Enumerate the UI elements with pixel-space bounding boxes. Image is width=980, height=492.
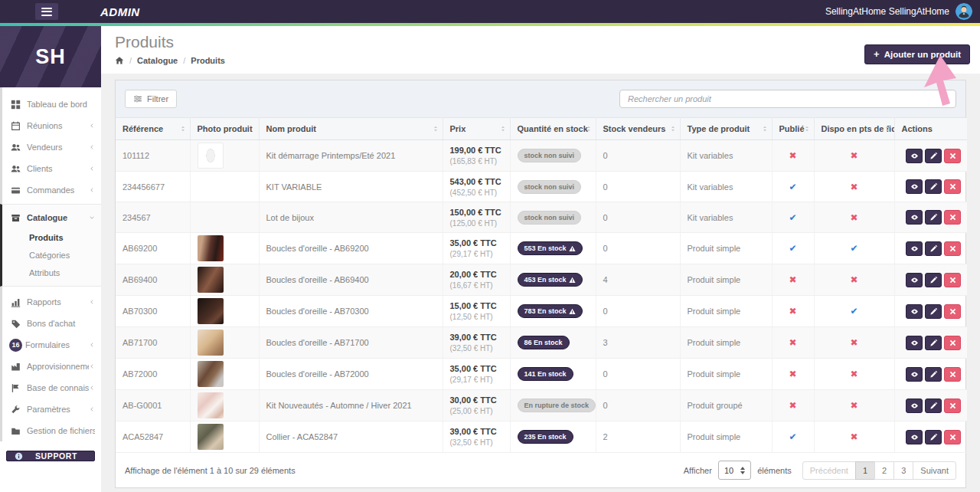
stock-badge-label: En rupture de stock [524, 402, 590, 409]
cross-icon: ✖ [789, 274, 796, 285]
edit-button[interactable] [925, 149, 942, 163]
column-header-quantite-en-stock[interactable]: Quantité en stock [510, 118, 596, 140]
delete-button[interactable] [944, 273, 961, 287]
sidebar-item-formulaires[interactable]: 16Formulaires [2, 334, 101, 356]
sidebar-item-approvisionnement[interactable]: Approvisionnement [2, 356, 101, 377]
cell-reference: AB69200 [116, 233, 190, 264]
delete-button[interactable] [944, 210, 961, 225]
pencil-icon [929, 370, 938, 379]
sidebar-item-commandes[interactable]: Commandes [2, 179, 101, 201]
sidebar-item-bons-d-achat[interactable]: Bons d'achat [2, 313, 101, 334]
cell-stock: En rupture de stock [510, 390, 596, 421]
archive-icon [11, 213, 21, 223]
edit-button[interactable] [925, 367, 942, 382]
view-button[interactable] [906, 336, 923, 350]
sidebar-item-tableau-de-bord[interactable]: Tableau de bord [2, 93, 101, 115]
column-header-nom-produit[interactable]: Nom produit [259, 118, 443, 140]
cell-photo [190, 264, 259, 296]
home-icon[interactable] [115, 56, 124, 65]
cell-type: Produit simple [680, 233, 772, 264]
pagination-previous[interactable]: Précédent [802, 461, 856, 480]
edit-button[interactable] [925, 304, 942, 319]
add-product-button[interactable]: + Ajouter un produit [864, 44, 970, 64]
delete-button[interactable] [944, 430, 961, 444]
page-size-select[interactable]: 10 [718, 461, 751, 480]
edit-button[interactable] [925, 399, 942, 413]
sidebar-item-produits[interactable]: Produits [2, 228, 101, 246]
delete-button[interactable] [944, 399, 961, 413]
delete-button[interactable] [944, 304, 961, 319]
column-header-reference[interactable]: Référence [116, 118, 190, 140]
product-photo [198, 235, 224, 261]
cell-vendor-stock: 3 [596, 327, 680, 359]
delete-button[interactable] [944, 149, 961, 163]
sidebar-item-categories[interactable]: Catégories [2, 246, 101, 264]
sidebar-item-label: Approvisionnement [27, 362, 89, 371]
view-button[interactable] [906, 304, 923, 319]
view-button[interactable] [906, 399, 923, 413]
view-button[interactable] [906, 430, 923, 444]
column-header-dispo-en-pts-de-fid[interactable]: Dispo en pts de fid [814, 118, 894, 140]
delete-button[interactable] [944, 179, 961, 194]
breadcrumb-catalogue[interactable]: Catalogue [137, 56, 178, 65]
cell-photo [190, 296, 259, 327]
breadcrumb-produits[interactable]: Produits [191, 56, 225, 65]
user-menu[interactable]: SellingAtHome SellingAtHome [825, 3, 972, 20]
chevron-left-icon [89, 123, 95, 129]
view-button[interactable] [906, 149, 923, 163]
cell-reference: 234456677 [116, 172, 190, 202]
pagination-next[interactable]: Suivant [913, 461, 956, 480]
search-input[interactable] [619, 90, 956, 108]
view-button[interactable] [906, 241, 923, 256]
sidebar-item-clients[interactable]: Clients [2, 158, 101, 179]
sidebar-item-base-de-connaissances[interactable]: Base de connaissances [2, 377, 101, 399]
table-header-row: RéférencePhoto produitNom produitPrixQua… [116, 118, 967, 140]
pagination-page-1[interactable]: 1 [855, 461, 875, 480]
column-header-prix[interactable]: Prix [443, 118, 510, 140]
pagination-page-2[interactable]: 2 [874, 461, 894, 480]
filter-button[interactable]: Filtrer [125, 90, 177, 108]
cell-loyalty: ✖ [814, 264, 894, 296]
delete-button[interactable] [944, 367, 961, 382]
cell-published: ✔ [772, 421, 814, 453]
sidebar-item-label: Commandes [27, 185, 89, 195]
wrench-icon [11, 405, 21, 415]
column-header-stock-vendeurs[interactable]: Stock vendeurs [596, 118, 680, 140]
sidebar-item-label: Clients [27, 164, 89, 173]
cell-type: Produit groupé [680, 390, 772, 421]
edit-button[interactable] [925, 179, 942, 194]
price-ht: (16,67 € HT) [450, 281, 503, 290]
view-button[interactable] [906, 179, 923, 194]
sidebar-item-attributs[interactable]: Attributs [2, 264, 101, 281]
pagination-page-3[interactable]: 3 [893, 461, 913, 480]
column-header-type-de-produit[interactable]: Type de produit [680, 118, 772, 140]
sidebar-item-vendeurs[interactable]: Vendeurs [2, 136, 101, 158]
check-icon: ✔ [789, 243, 796, 254]
cell-name: Boucles d'oreille - AB72000 [259, 359, 443, 390]
edit-button[interactable] [925, 336, 942, 350]
sidebar-item-rapports[interactable]: Rapports [2, 291, 101, 313]
view-button[interactable] [906, 273, 923, 287]
warning-icon [569, 245, 576, 252]
column-header-publie[interactable]: Publié [772, 118, 814, 140]
cross-icon: ✖ [850, 431, 858, 442]
edit-button[interactable] [925, 430, 942, 444]
sidebar-item-catalogue[interactable]: Catalogue [2, 207, 101, 228]
delete-button[interactable] [944, 336, 961, 350]
sidebar-item-gestion-de-fichiers[interactable]: Gestion de fichiers [2, 420, 101, 441]
view-button[interactable] [906, 367, 923, 382]
view-button[interactable] [906, 210, 923, 225]
sidebar-item-parametres[interactable]: Paramètres [2, 399, 101, 420]
delete-button[interactable] [944, 241, 961, 256]
sort-icon [803, 125, 811, 133]
items-label: éléments [757, 466, 792, 475]
hamburger-menu-button[interactable] [35, 3, 58, 20]
stock-badge-label: 86 En stock [524, 339, 563, 346]
sidebar-item-reunions[interactable]: Réunions [2, 115, 101, 136]
product-photo [198, 424, 224, 450]
edit-button[interactable] [925, 273, 942, 287]
support-button[interactable]: SUPPORT [6, 451, 95, 461]
edit-button[interactable] [925, 241, 942, 256]
edit-button[interactable] [925, 210, 942, 225]
brand-logo[interactable]: SH [0, 26, 101, 87]
